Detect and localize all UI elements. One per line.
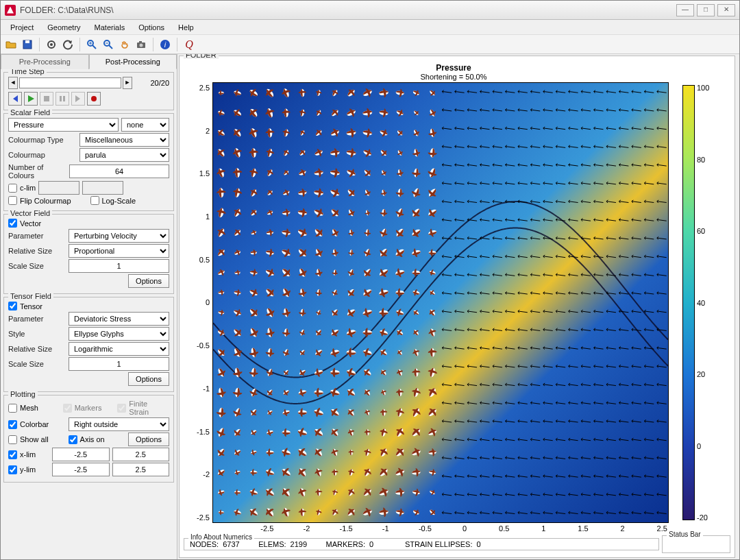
left-panel: Pre-Processing Post-Processing Time Step…	[1, 54, 177, 559]
timestep-display: 20/20	[135, 79, 169, 87]
svg-line-9	[109, 45, 112, 49]
vector-options-button[interactable]: Options	[128, 274, 169, 288]
app-window: FOLDER: C:\Data\RUNS\ — □ ✕ Project Geom…	[0, 0, 740, 560]
vector-scale-input[interactable]	[69, 259, 169, 273]
timestep-next[interactable]: ►	[123, 77, 132, 89]
flip-colourmap-check[interactable]	[8, 196, 17, 205]
tensor-options-button[interactable]: Options	[128, 372, 169, 386]
plot-options-button[interactable]: Options	[128, 433, 169, 446]
menu-geometry[interactable]: Geometry	[40, 23, 87, 32]
maximize-button[interactable]: □	[697, 4, 715, 16]
media-pause[interactable]	[56, 92, 69, 106]
svg-line-5	[92, 45, 96, 49]
svg-point-3	[50, 43, 53, 46]
zoom-in-icon[interactable]	[84, 37, 99, 52]
svg-rect-18	[63, 96, 65, 101]
tensor-check[interactable]	[8, 302, 17, 311]
tensor-style-select[interactable]: Ellypse Glyphs	[69, 327, 169, 341]
gear-icon[interactable]	[44, 37, 59, 52]
colorbar	[682, 85, 695, 520]
quit-icon[interactable]: Q	[182, 37, 197, 52]
menu-project[interactable]: Project	[3, 23, 40, 32]
tensor-group: Tensor Field Tensor ParameterDeviatoric …	[3, 297, 174, 392]
vector-check[interactable]	[8, 219, 17, 228]
media-record[interactable]	[87, 92, 101, 106]
svg-rect-1	[25, 40, 29, 43]
showall-check[interactable]	[8, 435, 17, 444]
ncolours-input[interactable]	[69, 165, 169, 178]
chart-subtitle: Shortening = 50.0%	[421, 73, 487, 81]
pan-icon[interactable]	[117, 37, 132, 52]
minimize-button[interactable]: —	[676, 4, 694, 16]
menu-help[interactable]: Help	[171, 23, 201, 32]
tensor-scale-input[interactable]	[69, 357, 169, 371]
colorbar-pos-select[interactable]: Right outside	[69, 417, 169, 431]
svg-rect-17	[60, 96, 62, 101]
tensor-param-select[interactable]: Deviatoric Stress	[69, 312, 169, 326]
ylim-lo-input[interactable]	[52, 463, 110, 476]
app-icon	[5, 5, 16, 16]
xlim-hi-input[interactable]	[112, 448, 170, 461]
media-play[interactable]	[24, 92, 38, 106]
svg-rect-13	[139, 41, 142, 42]
clim-lo	[38, 181, 79, 195]
tab-preprocessing[interactable]: Pre-Processing	[1, 54, 89, 69]
titlebar: FOLDER: C:\Data\RUNS\ — □ ✕	[1, 1, 739, 20]
scalar-group: Scalar Field Pressure none Colourmap Typ…	[3, 113, 174, 211]
refresh-icon[interactable]	[60, 37, 75, 52]
clim-hi	[82, 181, 123, 195]
numerics-info: Info About Numerics NODES:6737 ELEMS:219…	[184, 538, 659, 550]
ylim-check[interactable]	[8, 465, 17, 474]
media-first[interactable]	[8, 92, 22, 106]
colorbar-check[interactable]	[8, 420, 17, 429]
chart-title: Pressure	[436, 63, 471, 73]
x-axis: -2.5-2-1.5-1-0.500.511.522.5	[225, 523, 682, 533]
tab-postprocessing[interactable]: Post-Processing	[89, 54, 177, 69]
colourmap-select[interactable]: parula	[79, 148, 169, 162]
menubar: Project Geometry Materials Options Help	[1, 20, 739, 35]
save-icon[interactable]	[20, 37, 35, 52]
scalar-param-select[interactable]: Pressure	[8, 118, 119, 132]
plotting-group: Plotting Mesh Markers Finite Strain Colo…	[3, 395, 174, 483]
camera-icon[interactable]	[134, 37, 149, 52]
zoom-out-icon[interactable]	[101, 37, 116, 52]
fstrain-check	[117, 404, 126, 413]
media-stop[interactable]	[40, 92, 53, 106]
markers-check	[63, 404, 72, 413]
svg-point-12	[140, 43, 143, 47]
timestep-slider[interactable]	[19, 77, 121, 88]
vector-param-select[interactable]: Perturbing Velocity	[69, 229, 169, 243]
logscale-check[interactable]	[90, 196, 99, 205]
mesh-check[interactable]	[8, 404, 17, 413]
ylim-hi-input[interactable]	[112, 463, 170, 476]
svg-rect-16	[44, 96, 49, 101]
close-button[interactable]: ✕	[717, 4, 735, 16]
tensor-relsize-select[interactable]: Logarithmic	[69, 342, 169, 356]
y-axis: 2.521.510.50-0.5-1-1.5-2-2.5	[190, 82, 212, 523]
plot-canvas[interactable]	[212, 82, 669, 523]
toolbar: i Q	[1, 35, 739, 54]
right-panel: FOLDER Pressure Shortening = 50.0% 2.521…	[177, 54, 739, 559]
timestep-prev[interactable]: ◄	[8, 77, 18, 89]
clim-check[interactable]	[8, 184, 17, 193]
axison-check[interactable]	[69, 435, 77, 444]
plot-frame: FOLDER Pressure Shortening = 50.0% 2.521…	[179, 56, 735, 558]
menu-materials[interactable]: Materials	[88, 23, 132, 32]
media-last[interactable]	[71, 92, 85, 106]
vector-group: Vector Field Vector ParameterPerturbing …	[3, 214, 174, 294]
menu-options[interactable]: Options	[132, 23, 171, 32]
xlim-check[interactable]	[8, 450, 17, 459]
status-bar: Status Bar	[662, 535, 730, 553]
vector-relsize-select[interactable]: Proportional	[69, 244, 169, 258]
open-icon[interactable]	[3, 37, 18, 52]
info-icon[interactable]: i	[158, 37, 173, 52]
scalar-second-select[interactable]: none	[121, 118, 169, 132]
svg-point-19	[91, 96, 97, 101]
window-title: FOLDER: C:\Data\RUNS\	[20, 5, 676, 15]
timestep-group: Time Step ◄ ► 20/20	[3, 72, 174, 110]
colourmap-type-select[interactable]: Miscellaneous	[79, 133, 169, 147]
colorbar-ticks: 100806040200-20	[695, 82, 709, 523]
xlim-lo-input[interactable]	[52, 448, 110, 461]
